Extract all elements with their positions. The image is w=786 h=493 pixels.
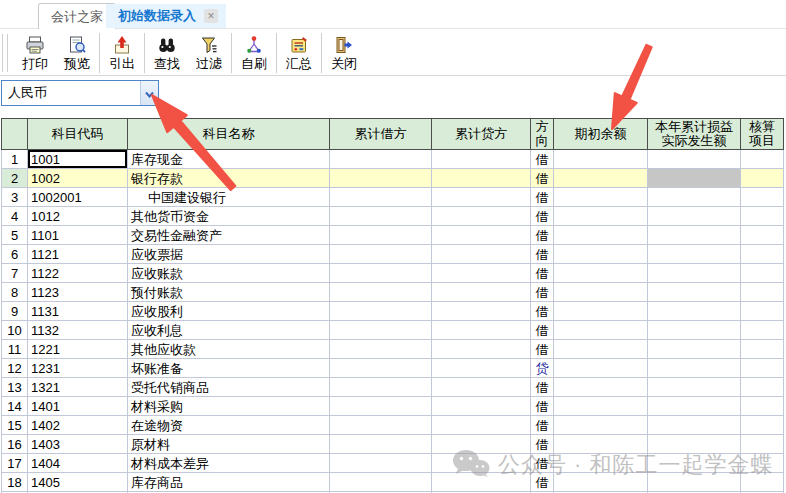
- account-code-cell[interactable]: 1231: [28, 359, 128, 378]
- account-code-cell[interactable]: 1321: [28, 378, 128, 397]
- direction-cell[interactable]: 借: [531, 150, 554, 169]
- opening-balance-cell[interactable]: [554, 207, 648, 226]
- opening-balance-cell[interactable]: [554, 169, 648, 188]
- accounting-item-cell[interactable]: [741, 473, 784, 492]
- accumulated-credit-cell[interactable]: [432, 264, 531, 283]
- account-code-cell[interactable]: 1121: [28, 245, 128, 264]
- row-number-cell[interactable]: 15: [2, 416, 28, 435]
- accounting-item-cell[interactable]: [741, 416, 784, 435]
- opening-balance-cell[interactable]: [554, 150, 648, 169]
- direction-cell[interactable]: 借: [531, 207, 554, 226]
- accumulated-credit-cell[interactable]: [432, 302, 531, 321]
- row-number-cell[interactable]: 14: [2, 397, 28, 416]
- accounting-item-cell[interactable]: [741, 321, 784, 340]
- accumulated-debit-cell[interactable]: [330, 454, 432, 473]
- account-name-cell[interactable]: 原材料: [128, 435, 330, 454]
- accounting-item-cell[interactable]: [741, 207, 784, 226]
- accumulated-credit-cell[interactable]: [432, 397, 531, 416]
- row-number-cell[interactable]: 8: [2, 283, 28, 302]
- accumulated-credit-cell[interactable]: [432, 245, 531, 264]
- row-number-cell[interactable]: 13: [2, 378, 28, 397]
- account-name-cell[interactable]: 受托代销商品: [128, 378, 330, 397]
- accumulated-debit-cell[interactable]: [330, 321, 432, 340]
- opening-balance-cell[interactable]: [554, 188, 648, 207]
- direction-cell[interactable]: 借: [531, 302, 554, 321]
- accumulated-debit-cell[interactable]: [330, 226, 432, 245]
- accumulated-debit-cell[interactable]: [330, 283, 432, 302]
- row-number-cell[interactable]: 16: [2, 435, 28, 454]
- row-number-cell[interactable]: 9: [2, 302, 28, 321]
- account-name-cell[interactable]: 应收账款: [128, 264, 330, 283]
- account-code-cell[interactable]: 1221: [28, 340, 128, 359]
- account-code-cell[interactable]: 1403: [28, 435, 128, 454]
- summarize-button[interactable]: 汇总: [278, 32, 320, 74]
- accounting-item-cell[interactable]: [741, 397, 784, 416]
- accumulated-credit-cell[interactable]: [432, 454, 531, 473]
- accumulated-debit-cell[interactable]: [330, 169, 432, 188]
- opening-balance-cell[interactable]: [554, 302, 648, 321]
- accumulated-credit-cell[interactable]: [432, 435, 531, 454]
- opening-balance-cell[interactable]: [554, 245, 648, 264]
- account-code-cell[interactable]: 1122: [28, 264, 128, 283]
- account-code-cell[interactable]: 1131: [28, 302, 128, 321]
- opening-balance-cell[interactable]: [554, 397, 648, 416]
- opening-balance-cell[interactable]: [554, 435, 648, 454]
- row-number-cell[interactable]: 2: [2, 169, 28, 188]
- account-name-cell[interactable]: 应收利息: [128, 321, 330, 340]
- row-number-cell[interactable]: 7: [2, 264, 28, 283]
- direction-cell[interactable]: 借: [531, 264, 554, 283]
- accumulated-debit-cell[interactable]: [330, 397, 432, 416]
- accumulated-credit-cell[interactable]: [432, 473, 531, 492]
- accumulated-debit-cell[interactable]: [330, 207, 432, 226]
- accounting-item-cell[interactable]: [741, 169, 784, 188]
- accounting-item-cell[interactable]: [741, 454, 784, 473]
- accumulated-credit-cell[interactable]: [432, 226, 531, 245]
- accounting-item-cell[interactable]: [741, 264, 784, 283]
- accumulated-debit-cell[interactable]: [330, 245, 432, 264]
- direction-cell[interactable]: 借: [531, 397, 554, 416]
- direction-cell[interactable]: 借: [531, 321, 554, 340]
- row-number-cell[interactable]: 12: [2, 359, 28, 378]
- accumulated-debit-cell[interactable]: [330, 473, 432, 492]
- accumulated-credit-cell[interactable]: [432, 340, 531, 359]
- row-number-cell[interactable]: 18: [2, 473, 28, 492]
- find-button[interactable]: 查找: [146, 32, 188, 74]
- accumulated-credit-cell[interactable]: [432, 207, 531, 226]
- accounting-item-cell[interactable]: [741, 283, 784, 302]
- row-number-cell[interactable]: 4: [2, 207, 28, 226]
- opening-balance-cell[interactable]: [554, 340, 648, 359]
- accumulated-credit-cell[interactable]: [432, 169, 531, 188]
- print-button[interactable]: 打印: [14, 32, 56, 74]
- accounting-item-cell[interactable]: [741, 340, 784, 359]
- account-code-cell[interactable]: 1001: [28, 150, 128, 169]
- filter-button[interactable]: 过滤: [188, 32, 230, 74]
- accounting-item-cell[interactable]: [741, 150, 784, 169]
- direction-cell[interactable]: 借: [531, 283, 554, 302]
- accumulated-credit-cell[interactable]: [432, 416, 531, 435]
- accounting-item-cell[interactable]: [741, 245, 784, 264]
- tab-accounting-home[interactable]: 会计之家: [38, 3, 116, 29]
- account-name-cell[interactable]: 其他货币资金: [128, 207, 330, 226]
- account-name-cell[interactable]: 交易性金融资产: [128, 226, 330, 245]
- opening-balance-cell[interactable]: [554, 226, 648, 245]
- accumulated-debit-cell[interactable]: [330, 340, 432, 359]
- opening-balance-cell[interactable]: [554, 359, 648, 378]
- refresh-button[interactable]: 自刷: [233, 32, 275, 74]
- account-name-cell[interactable]: 材料成本差异: [128, 454, 330, 473]
- close-icon[interactable]: ×: [204, 9, 218, 23]
- currency-select[interactable]: 人民币: [1, 80, 159, 106]
- account-name-cell[interactable]: 预付账款: [128, 283, 330, 302]
- accounting-item-cell[interactable]: [741, 302, 784, 321]
- opening-balance-cell[interactable]: [554, 454, 648, 473]
- export-button[interactable]: 引出: [101, 32, 143, 74]
- opening-balance-cell[interactable]: [554, 473, 648, 492]
- close-button[interactable]: 关闭: [323, 32, 365, 74]
- accounting-item-cell[interactable]: [741, 226, 784, 245]
- accumulated-credit-cell[interactable]: [432, 359, 531, 378]
- currency-dropdown-button[interactable]: [140, 81, 158, 105]
- opening-balance-cell[interactable]: [554, 264, 648, 283]
- accounting-item-cell[interactable]: [741, 188, 784, 207]
- accumulated-debit-cell[interactable]: [330, 359, 432, 378]
- toolbar-grip-handle[interactable]: [2, 34, 8, 72]
- preview-button[interactable]: 预览: [56, 32, 98, 74]
